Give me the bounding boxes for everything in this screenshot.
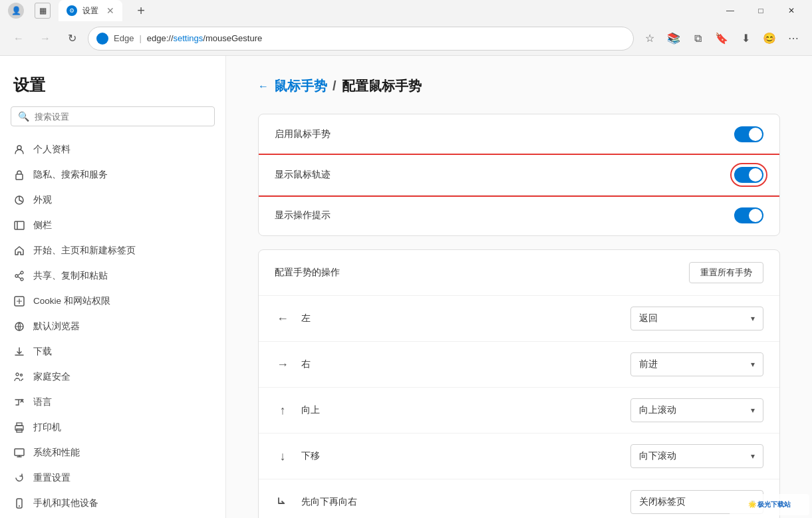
sidebar-label: 手机和其他设备 <box>33 497 98 509</box>
gesture-select-up[interactable]: 向上滚动 ▾ <box>630 398 763 422</box>
share-icon <box>13 270 25 282</box>
sidebar-item-reset[interactable]: 重置设置 <box>0 465 225 491</box>
reset-all-gestures-btn[interactable]: 重置所有手势 <box>689 262 763 283</box>
sidebar-label: 共享、复制和粘贴 <box>33 270 108 282</box>
sidebar-item-download[interactable]: 下载 <box>0 339 225 364</box>
sidebar-label: 侧栏 <box>33 219 52 231</box>
sidebar-item-appearance[interactable]: 外观 <box>0 188 225 213</box>
chevron-down-icon: ▾ <box>751 360 755 369</box>
splitscreen-btn[interactable]: ⧉ <box>687 28 708 49</box>
favorites-btn[interactable]: ☆ <box>639 28 660 49</box>
sidebar-item-privacy[interactable]: 隐私、搜索和服务 <box>0 162 225 188</box>
gesture-row-down-right: 先向下再向右 关闭标签页 ▾ <box>259 479 779 518</box>
bookmark-btn[interactable]: 🔖 <box>711 28 732 49</box>
search-icon: 🔍 <box>18 111 29 122</box>
active-tab[interactable]: ⚙ 设置 ✕ <box>59 0 122 21</box>
gesture-select-left[interactable]: 返回 ▾ <box>630 307 763 330</box>
toggles-card: 启用鼠标手势 显示鼠标轨迹 显示操作提示 <box>258 114 780 236</box>
gesture-select-right[interactable]: 前进 ▾ <box>630 352 763 376</box>
forward-btn[interactable]: → <box>35 28 56 49</box>
gesture-arrow-down: ↓ <box>275 448 291 464</box>
sidebar-item-default-browser[interactable]: 默认浏览器 <box>0 314 225 339</box>
search-input[interactable] <box>35 112 207 122</box>
url-suffix: /mouseGesture <box>203 33 262 43</box>
download-btn[interactable]: ⬇ <box>735 28 756 49</box>
window-controls: — □ ✕ <box>715 0 807 21</box>
gestures-card: 配置手势的操作 重置所有手势 ← 左 返回 ▾ → 右 <box>258 249 780 518</box>
show-trail-toggle[interactable] <box>734 167 763 183</box>
toggle-knob <box>749 209 762 222</box>
tab-list-btn[interactable]: ▦ <box>35 3 51 19</box>
family-icon <box>13 371 25 383</box>
sidebar-label: 语言 <box>33 396 52 408</box>
titlebar-left: 👤 ▦ ⚙ 设置 ✕ + <box>5 0 152 21</box>
sidebar-item-mobile[interactable]: 手机和其他设备 <box>0 491 225 516</box>
svg-point-10 <box>16 373 19 376</box>
minimize-btn[interactable]: — <box>715 0 745 21</box>
address-bar[interactable]: Edge | edge://settings/mouseGesture <box>88 27 634 51</box>
svg-point-16 <box>19 505 20 507</box>
toggle-label: 显示鼠标轨迹 <box>275 169 734 181</box>
search-box[interactable]: 🔍 <box>11 106 215 126</box>
url-prefix: edge:// <box>147 33 174 43</box>
svg-point-11 <box>21 374 23 376</box>
download-icon <box>13 346 25 358</box>
breadcrumb-link[interactable]: 鼠标手势 <box>274 77 327 95</box>
sidebar-item-cookies[interactable]: Cookie 和网站权限 <box>0 289 225 314</box>
content-inner: ← 鼠标手势 / 配置鼠标手势 启用鼠标手势 显示鼠标轨迹 <box>226 56 812 518</box>
svg-point-5 <box>21 271 23 274</box>
more-btn[interactable]: ⋯ <box>783 28 804 49</box>
breadcrumb: ← 鼠标手势 / 配置鼠标手势 <box>258 77 780 95</box>
edge-favicon <box>96 33 108 45</box>
back-btn[interactable]: ← <box>8 28 29 49</box>
toggle-label: 启用鼠标手势 <box>275 128 734 140</box>
sidebar-item-share[interactable]: 共享、复制和粘贴 <box>0 263 225 289</box>
sidebar-item-language[interactable]: 语言 <box>0 390 225 415</box>
gesture-select-value: 向上滚动 <box>639 404 745 416</box>
gesture-select-value: 向下滚动 <box>639 450 745 462</box>
sidebar-label: 打印机 <box>33 422 61 434</box>
chevron-down-icon: ▾ <box>751 314 755 323</box>
toggle-row-1: 显示鼠标轨迹 <box>259 155 779 195</box>
main-layout: 设置 🔍 个人资料 隐私、搜索和服务 外观 侧栏 <box>0 56 812 518</box>
breadcrumb-current: 配置鼠标手势 <box>342 77 422 95</box>
sidebar-item-start[interactable]: 开始、主页和新建标签页 <box>0 238 225 263</box>
maximize-btn[interactable]: □ <box>745 0 776 21</box>
address-brand: Edge <box>114 33 134 43</box>
gesture-name: 下移 <box>301 450 620 462</box>
tab-close-btn[interactable]: ✕ <box>106 5 114 16</box>
profile-btn[interactable]: 😊 <box>759 28 780 49</box>
gesture-arrow-right: → <box>275 356 291 372</box>
gesture-select-value: 前进 <box>639 358 745 370</box>
sidebar-item-family[interactable]: 家庭安全 <box>0 364 225 390</box>
gesture-name: 左 <box>301 313 620 324</box>
profile-avatar[interactable]: 👤 <box>5 0 27 21</box>
content-area: ← 鼠标手势 / 配置鼠标手势 启用鼠标手势 显示鼠标轨迹 <box>226 56 812 518</box>
breadcrumb-back-btn[interactable]: ← <box>258 80 269 92</box>
gesture-name: 右 <box>301 358 620 370</box>
cookies-icon <box>13 295 25 307</box>
toggle-label: 显示操作提示 <box>275 209 734 221</box>
gesture-select-down[interactable]: 向下滚动 ▾ <box>630 444 763 468</box>
sidebar-title: 设置 <box>0 69 225 106</box>
sidebar-item-sidebar[interactable]: 侧栏 <box>0 213 225 238</box>
sidebar-label: 个人资料 <box>33 144 70 156</box>
sidebar-item-profile[interactable]: 个人资料 <box>0 137 225 162</box>
new-tab-btn[interactable]: + <box>130 0 152 21</box>
sidebar-item-printer[interactable]: 打印机 <box>0 415 225 440</box>
sidebar-item-system[interactable]: 系统和性能 <box>0 440 225 465</box>
enable-gesture-toggle[interactable] <box>734 126 763 142</box>
sidebar-label: 下载 <box>33 346 52 358</box>
refresh-btn[interactable]: ↻ <box>61 28 82 49</box>
svg-point-1 <box>17 146 21 150</box>
close-btn[interactable]: ✕ <box>776 0 807 21</box>
toggle-knob <box>749 128 762 141</box>
printer-icon <box>13 422 25 434</box>
svg-rect-14 <box>15 449 24 455</box>
gesture-row-up: ↑ 向上 向上滚动 ▾ <box>259 388 779 434</box>
show-hint-toggle[interactable] <box>734 207 763 223</box>
collections-btn[interactable]: 📚 <box>663 28 684 49</box>
gesture-name: 先向下再向右 <box>301 496 620 508</box>
sidebar-label: 家庭安全 <box>33 371 70 383</box>
url-path: settings <box>174 33 203 43</box>
